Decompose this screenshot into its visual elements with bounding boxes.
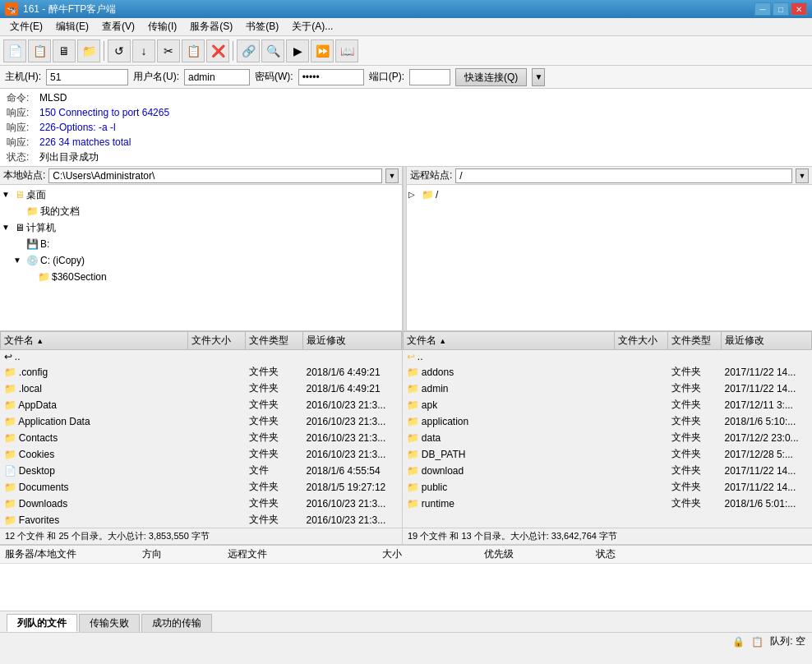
remote-path-input[interactable] <box>455 168 792 183</box>
local-file-type: 文件夹 <box>246 397 303 413</box>
remote-col-type[interactable]: 文件类型 <box>668 332 722 350</box>
local-file-type: 文件夹 <box>246 364 303 380</box>
remote-file-row[interactable]: 📁 public 文件夹 2017/11/22 14... <box>404 479 812 496</box>
remote-file-size <box>615 413 668 430</box>
tb-search[interactable]: 🔍 <box>261 39 284 62</box>
remote-file-date: 2018/1/6 5:01:... <box>722 496 812 512</box>
tb-play[interactable]: ▶ <box>286 39 309 62</box>
tree-drive-c[interactable]: ▼ 💿 C: (iCopy) <box>2 252 400 269</box>
menu-bookmarks[interactable]: 书签(B) <box>239 18 285 35</box>
menu-transfer[interactable]: 传输(I) <box>141 18 183 35</box>
local-file-type: 文件夹 <box>246 430 303 446</box>
remote-path-dropdown[interactable]: ▼ <box>796 168 809 183</box>
local-col-date[interactable]: 最近修改 <box>303 332 402 350</box>
quick-connect-button[interactable]: 快速连接(Q) <box>455 68 527 86</box>
file-list-container: 文件名 ▲ 文件大小 文件类型 最近修改 ↩ .. 📁 .config 文件夹 … <box>0 331 812 545</box>
remote-col-size[interactable]: 文件大小 <box>615 332 668 350</box>
local-file-row[interactable]: 📁 Documents 文件夹 2018/1/5 19:27:12 <box>1 479 402 496</box>
remote-file-row[interactable]: 📁 DB_PATH 文件夹 2017/12/28 5:... <box>404 446 812 463</box>
local-file-row[interactable]: 📁 Favorites 文件夹 2016/10/23 21:3... <box>1 512 402 528</box>
menu-server[interactable]: 服务器(S) <box>183 18 239 35</box>
remote-tree-area[interactable]: ▷ 📁 / <box>407 185 812 330</box>
tb-refresh[interactable]: ↺ <box>108 39 131 62</box>
local-file-list-panel: 文件名 ▲ 文件大小 文件类型 最近修改 ↩ .. 📁 .config 文件夹 … <box>0 331 403 544</box>
local-file-row[interactable]: 📁 Application Data 文件夹 2016/10/23 21:3..… <box>1 413 402 430</box>
tab-failed[interactable]: 传输失败 <box>79 614 140 632</box>
remote-file-type: 文件夹 <box>668 413 722 430</box>
menu-file[interactable]: 文件(E) <box>3 18 49 35</box>
log-label-4: 响应: <box>7 135 33 150</box>
local-file-size <box>188 364 246 380</box>
local-tree-area[interactable]: ▼ 🖥 桌面 📁 我的文档 ▼ 🖥 计算机 💾 B: ▼ 💿 <box>0 185 402 330</box>
tb-copy[interactable]: 📋 <box>28 39 51 62</box>
maximize-button[interactable]: □ <box>773 2 789 16</box>
tb-fast-forward[interactable]: ⏩ <box>311 39 334 62</box>
tree-drive-b[interactable]: 💾 B: <box>2 236 400 252</box>
remote-file-type: 文件夹 <box>668 463 722 479</box>
local-file-scroll[interactable]: 文件名 ▲ 文件大小 文件类型 最近修改 ↩ .. 📁 .config 文件夹 … <box>0 331 402 528</box>
local-file-row[interactable]: ↩ .. <box>1 350 402 364</box>
remote-file-name: 📁 apk <box>404 397 615 413</box>
tab-queue[interactable]: 列队的文件 <box>7 614 77 632</box>
remote-file-row[interactable]: 📁 apk 文件夹 2017/12/11 3:... <box>404 397 812 413</box>
local-file-row[interactable]: 📁 .config 文件夹 2018/1/6 4:49:21 <box>1 364 402 380</box>
local-file-row[interactable]: 📄 Desktop 文件 2018/1/6 4:55:54 <box>1 463 402 479</box>
local-file-row[interactable]: 📁 .local 文件夹 2018/1/6 4:49:21 <box>1 380 402 397</box>
remote-file-row[interactable]: 📁 download 文件夹 2017/11/22 14... <box>404 463 812 479</box>
tb-cut[interactable]: ✂ <box>157 39 180 62</box>
local-col-type[interactable]: 文件类型 <box>246 332 303 350</box>
minimize-button[interactable]: ─ <box>754 2 771 16</box>
remote-file-date <box>722 350 812 364</box>
remote-file-row[interactable]: 📁 addons 文件夹 2017/11/22 14... <box>404 364 812 380</box>
local-file-row[interactable]: 📁 Cookies 文件夹 2016/10/23 21:3... <box>1 446 402 463</box>
remote-col-date[interactable]: 最近修改 <box>722 332 812 350</box>
tree-remote-root[interactable]: ▷ 📁 / <box>408 187 810 203</box>
tree-mydocs[interactable]: 📁 我的文档 <box>2 203 400 219</box>
remote-file-date: 2018/1/6 5:10:... <box>722 413 812 430</box>
menu-view[interactable]: 查看(V) <box>95 18 141 35</box>
bottom-tabs: 列队的文件 传输失败 成功的传输 <box>0 611 812 632</box>
tb-link[interactable]: 🔗 <box>237 39 260 62</box>
tb-folder[interactable]: 📁 <box>77 39 100 62</box>
tree-computer[interactable]: ▼ 🖥 计算机 <box>2 219 400 236</box>
local-path-dropdown[interactable]: ▼ <box>385 168 399 183</box>
local-file-row[interactable]: 📁 AppData 文件夹 2016/10/23 21:3... <box>1 397 402 413</box>
local-file-type: 文件夹 <box>246 512 303 528</box>
log-text-4: 226 34 matches total <box>39 135 131 150</box>
close-button[interactable]: ✕ <box>791 2 807 16</box>
local-file-name: 📁 Documents <box>1 479 188 496</box>
remote-file-row[interactable]: 📁 data 文件夹 2017/12/2 23:0... <box>404 430 812 446</box>
tree-desktop[interactable]: ▼ 🖥 桌面 <box>2 187 400 203</box>
tab-success[interactable]: 成功的传输 <box>141 614 212 632</box>
remote-file-scroll[interactable]: 文件名 ▲ 文件大小 文件类型 最近修改 ↩ .. 📁 addons 文件夹 2… <box>403 331 812 528</box>
local-file-row[interactable]: 📁 Contacts 文件夹 2016/10/23 21:3... <box>1 430 402 446</box>
menu-about[interactable]: 关于(A)... <box>285 18 339 35</box>
password-input[interactable] <box>298 69 364 85</box>
connect-dropdown-arrow[interactable]: ▼ <box>532 68 545 86</box>
local-file-name: 📁 Contacts <box>1 430 188 446</box>
tb-monitor[interactable]: 🖥 <box>53 39 76 62</box>
username-input[interactable] <box>184 69 250 85</box>
local-file-type: 文件夹 <box>246 496 303 512</box>
local-col-size[interactable]: 文件大小 <box>188 332 246 350</box>
tb-book[interactable]: 📖 <box>335 39 358 62</box>
port-input[interactable] <box>409 69 450 85</box>
menu-edit[interactable]: 编辑(E) <box>49 18 95 35</box>
local-file-row[interactable]: 📁 Downloads 文件夹 2016/10/23 21:3... <box>1 496 402 512</box>
remote-file-row[interactable]: 📁 admin 文件夹 2017/11/22 14... <box>404 380 812 397</box>
remote-file-row[interactable]: 📁 application 文件夹 2018/1/6 5:10:... <box>404 413 812 430</box>
tree-360section[interactable]: 📁 $360Section <box>2 269 400 285</box>
remote-file-size <box>615 380 668 397</box>
tb-download[interactable]: ↓ <box>132 39 155 62</box>
remote-file-row[interactable]: ↩ .. <box>404 350 812 364</box>
remote-file-name: 📁 admin <box>404 380 615 397</box>
host-input[interactable] <box>46 69 128 85</box>
status-lock-icon: 🔒 <box>732 636 745 648</box>
tb-paste[interactable]: 📋 <box>182 39 205 62</box>
local-col-name[interactable]: 文件名 ▲ <box>1 332 188 350</box>
remote-col-name[interactable]: 文件名 ▲ <box>404 332 615 350</box>
tb-new-file[interactable]: 📄 <box>3 39 26 62</box>
tb-delete[interactable]: ❌ <box>206 39 229 62</box>
local-path-input[interactable] <box>48 168 382 183</box>
remote-file-row[interactable]: 📁 runtime 文件夹 2018/1/6 5:01:... <box>404 496 812 512</box>
